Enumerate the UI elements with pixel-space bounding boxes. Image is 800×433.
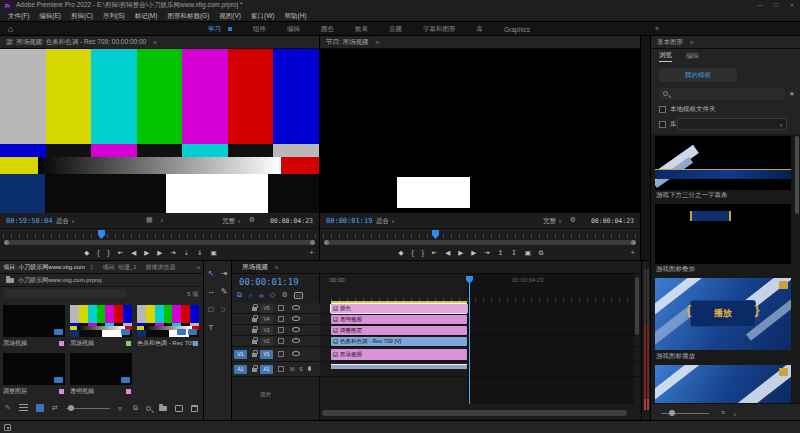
workspace-tab-effects[interactable]: 效果 [355,25,368,34]
clip-black-video[interactable]: fx 黑场视频 [331,349,467,360]
captions-toggle-icon[interactable]: CC [294,292,304,299]
scrollbar-handle[interactable] [324,240,636,245]
sort-icon[interactable]: ≡ [118,405,122,412]
audio-clip[interactable] [331,364,467,369]
drag-audio-icon[interactable]: ♪ [160,216,164,223]
voiceover-mic-icon[interactable] [308,366,311,371]
item-name[interactable]: 黑场视频 [70,340,94,346]
sync-lock-icon[interactable] [278,316,284,322]
lock-icon[interactable] [252,353,257,357]
minimize-button[interactable]: — [752,0,768,11]
track-header-v2[interactable]: V2 [232,336,320,347]
tab-media-browser[interactable]: 媒体浏览器 [146,263,176,272]
zoom-slider[interactable] [66,408,110,409]
clip-bars-and-tone[interactable]: fx 色条和色调 - Rec 709 [V] [331,337,467,346]
mark-in-button[interactable]: { [412,250,414,257]
track-header-v3[interactable]: V3 [232,325,320,336]
program-time-ruler[interactable] [320,228,640,239]
tab-project-donghua[interactable]: 项目: 动漫_1 [103,263,137,272]
source-video-frame[interactable] [0,49,319,213]
essential-graphics-header[interactable]: 基本图形 ≡ [651,36,800,49]
writable-pencil-icon[interactable]: ✎ [5,404,11,412]
step-forward-button[interactable]: ▶ [471,250,476,257]
sync-lock-icon[interactable] [278,351,284,357]
chevron-down-icon[interactable]: ∨ [733,411,737,417]
label-color-chip[interactable] [193,341,198,346]
source-monitor-header[interactable]: 源: 黑场视频: 色条和色调 - Rec 709: 00:00:00:00 ≡ [0,36,319,49]
lock-icon[interactable] [252,307,257,311]
mark-in-button[interactable]: { [97,250,99,257]
pen-tool[interactable]: ✎ [218,287,230,296]
menu-clip[interactable]: 剪辑(C) [66,12,98,21]
lock-icon[interactable] [252,318,257,322]
source-zoom-select[interactable]: 适合∨ [56,217,75,226]
compare-view-button[interactable]: ⧉ [539,250,544,257]
track-label[interactable]: V3 [260,326,273,335]
add-marker-icon[interactable]: ◇ [270,291,275,299]
sync-lock-icon[interactable] [278,305,284,311]
drag-video-icon[interactable]: ▦ [146,216,153,224]
track-label[interactable]: A1 [260,365,273,374]
goto-in-button[interactable]: ⇤ [432,250,437,257]
project-item-thumbnail[interactable] [137,305,199,337]
template-list-scrollbar[interactable] [795,136,799,214]
label-color-chip[interactable] [59,389,64,394]
workspace-tab-learning[interactable]: 学习 [208,25,221,34]
program-timecode[interactable]: 00:00:01:19 [326,217,372,225]
project-item-thumbnail[interactable] [70,305,132,337]
label-color-chip[interactable] [59,341,64,346]
program-video-frame[interactable] [320,49,640,213]
label-color-chip[interactable] [126,389,131,394]
clip-transparent-video[interactable]: fx 透明视频 [331,315,467,324]
new-item-icon[interactable] [175,405,183,412]
mark-out-button[interactable]: } [108,250,110,257]
timeline-horizontal-scrollbar[interactable] [322,410,627,416]
checkbox-icon[interactable] [659,121,666,128]
workspace-tab-libraries[interactable]: 库 [477,25,484,34]
menu-edit[interactable]: 编辑(E) [34,12,66,21]
settings-wrench-icon[interactable]: ⚙ [249,216,255,224]
scrollbar-handle[interactable] [4,240,315,245]
tab-edit[interactable]: 编辑 [686,52,699,61]
template-thumbnail[interactable] [655,136,791,190]
template-search-input[interactable] [659,88,785,100]
workspace-tab-graphics[interactable]: Graphics [504,26,530,33]
source-playback-resolution[interactable]: 完整∨ [222,217,241,226]
track-select-forward-tool[interactable]: ⇥ [218,269,230,278]
solo-toggle[interactable]: S [299,366,303,372]
automate-to-sequence-icon[interactable]: ⧉ [133,404,138,412]
clip-color[interactable]: fx 颜色 [331,304,467,313]
snap-magnet-icon[interactable]: ∩ [248,292,253,299]
timeline-timecode[interactable]: 00:00:01:19 [239,277,299,287]
template-thumbnail[interactable] [655,365,791,403]
my-templates-dropdown[interactable]: 我的模板 [659,68,737,82]
track-output-eye-icon[interactable] [292,316,300,321]
add-marker-button[interactable]: ◆ [84,250,89,257]
tab-project-xiaodao[interactable]: 项目: 小刀娱乐网www.xtig.com [3,263,85,272]
clear-trash-icon[interactable] [191,405,198,412]
menu-help[interactable]: 帮助(H) [279,12,311,21]
source-patch-a1[interactable]: A1 [234,365,247,374]
program-playback-resolution[interactable]: 完整∨ [543,217,562,226]
list-view-icon[interactable] [19,404,28,412]
project-item-thumbnail[interactable] [3,305,65,337]
workspace-tab-editing[interactable]: 编辑 [287,25,300,34]
source-patch-v1[interactable]: V1 [234,350,247,359]
panel-menu-icon[interactable]: ≡ [275,264,279,271]
local-templates-checkbox-row[interactable]: 本地模板文件夹 [659,104,716,114]
lock-icon[interactable] [252,329,257,333]
sync-lock-icon[interactable] [278,366,284,372]
track-header-v5[interactable]: V5 [232,303,320,314]
play-button[interactable]: ▶ [458,250,463,257]
maximize-button[interactable]: □ [768,0,784,11]
track-label[interactable]: V1 [260,350,273,359]
track-output-eye-icon[interactable] [292,338,300,343]
selection-tool[interactable]: ↖ [205,269,217,278]
button-editor-plus[interactable]: + [309,248,314,257]
template-thumbnail[interactable] [655,204,791,264]
timeline-settings-wrench-icon[interactable]: ⚙ [281,291,287,299]
star-favorites-icon[interactable]: ★ [789,90,795,98]
workspace-tab-color[interactable]: 颜色 [321,25,334,34]
sequence-tab[interactable]: 黑场视频 [242,263,268,272]
mark-out-button[interactable]: } [422,250,424,257]
